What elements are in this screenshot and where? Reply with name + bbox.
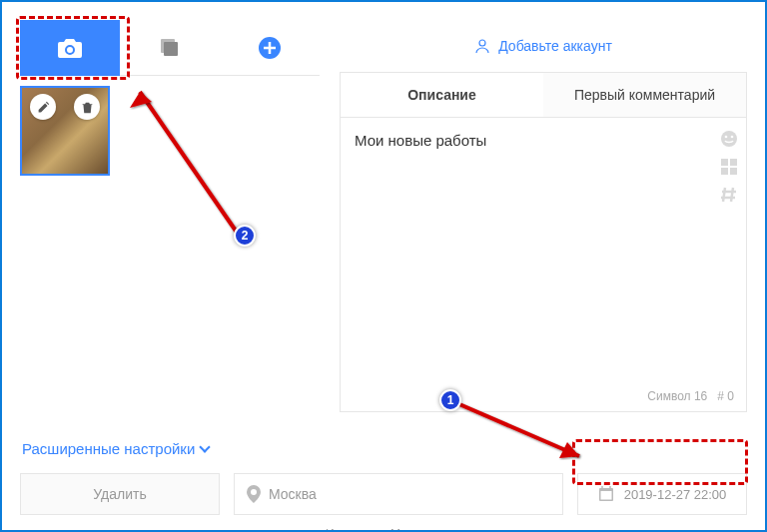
datetime-input[interactable]: 2019-12-27 22:00	[577, 473, 747, 515]
svg-rect-8	[721, 168, 728, 175]
svg-rect-7	[730, 159, 737, 166]
char-counter: Символ 16 # 0	[647, 389, 734, 403]
stack-icon	[159, 37, 181, 59]
datetime-text: 2019-12-27 22:00	[624, 487, 727, 502]
delete-button[interactable]: Удалить	[20, 473, 220, 515]
side-tools	[720, 130, 738, 204]
plus-circle-icon	[258, 36, 282, 60]
tab-stack[interactable]	[120, 20, 220, 76]
svg-rect-6	[721, 159, 728, 166]
tab-description[interactable]: Описание	[341, 73, 543, 117]
chevron-down-icon	[200, 441, 211, 452]
calendar-icon	[598, 486, 614, 502]
description-text: Мои новые работы	[355, 132, 486, 149]
svg-rect-9	[730, 168, 737, 175]
status-text: Идет поиск Москва...	[2, 521, 765, 532]
svg-point-5	[731, 136, 734, 139]
tab-camera[interactable]	[20, 20, 120, 76]
tab-first-comment[interactable]: Первый комментарий	[543, 73, 746, 117]
location-text: Москва	[269, 486, 317, 502]
annotation-badge-2: 2	[234, 225, 256, 247]
pencil-icon	[37, 101, 50, 114]
advanced-settings-link[interactable]: Расширенные настройки	[2, 430, 765, 467]
edit-thumbnail-button[interactable]	[30, 94, 56, 120]
left-panel	[20, 20, 320, 412]
camera-icon	[57, 37, 83, 59]
svg-rect-1	[161, 39, 175, 53]
right-panel: Добавьте аккаунт Описание Первый коммент…	[340, 20, 747, 412]
hashtag-icon[interactable]	[720, 186, 738, 204]
emoji-icon[interactable]	[720, 130, 738, 148]
bottom-row: Удалить Москва 2019-12-27 22:00	[2, 467, 765, 521]
delete-thumbnail-button[interactable]	[74, 94, 100, 120]
user-icon	[474, 38, 490, 54]
media-tabs	[20, 20, 320, 76]
description-tabs: Описание Первый комментарий	[340, 72, 747, 118]
tab-add[interactable]	[220, 20, 320, 76]
description-body[interactable]: Мои новые работы Символ 16 # 0	[340, 118, 747, 412]
location-input[interactable]: Москва	[234, 473, 563, 515]
media-thumbnail[interactable]	[20, 86, 110, 176]
add-account-label: Добавьте аккаунт	[498, 38, 612, 54]
trash-icon	[81, 101, 94, 114]
svg-rect-11	[600, 491, 611, 500]
pin-icon	[247, 485, 261, 503]
annotation-badge-1: 1	[439, 389, 461, 411]
grid-icon[interactable]	[720, 158, 738, 176]
svg-point-4	[725, 136, 728, 139]
svg-point-3	[721, 131, 737, 147]
add-account-button[interactable]: Добавьте аккаунт	[340, 20, 747, 72]
